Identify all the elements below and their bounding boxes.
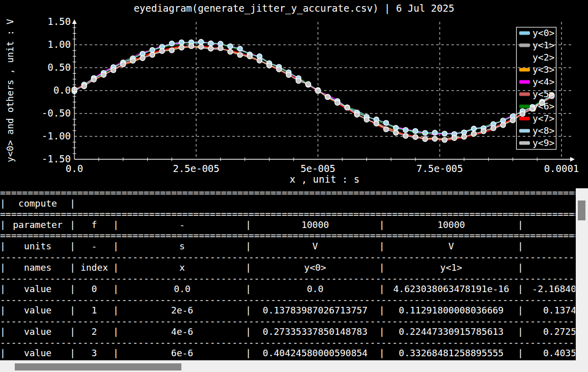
data-point xyxy=(452,135,457,140)
table-cell xyxy=(523,239,575,253)
legend-label: y<0> xyxy=(532,27,555,38)
table-separator: ----------------------------------------… xyxy=(0,318,575,325)
data-point xyxy=(228,49,233,54)
data-point xyxy=(82,84,87,89)
table-cell: value xyxy=(6,325,70,339)
table-separator: ----------------------------------------… xyxy=(0,339,575,346)
data-point xyxy=(91,77,96,82)
data-point xyxy=(432,130,437,135)
table-cell: 1 xyxy=(75,303,113,318)
cell-divider: | xyxy=(518,261,523,275)
x-tick-label: 5e-005 xyxy=(301,163,336,174)
table-separator: ----------------------------------------… xyxy=(0,296,575,303)
cell-divider: | xyxy=(113,239,119,253)
x-tick-label: 0.0 xyxy=(66,163,83,174)
table-cell: 0.1374 xyxy=(523,303,575,318)
legend-label: y<5> xyxy=(532,89,555,99)
table-cell: 0.0 xyxy=(251,282,379,296)
data-point xyxy=(228,44,233,49)
table-cell: 10000 xyxy=(385,218,518,232)
data-point xyxy=(393,125,398,130)
legend-swatch xyxy=(519,44,530,47)
series-y<3> xyxy=(74,47,552,139)
legend-swatch xyxy=(519,68,530,72)
table-separator: ----------------------------------------… xyxy=(0,253,575,261)
data-point xyxy=(471,131,476,136)
table-cell xyxy=(523,261,575,275)
y-tick-label: 1.00 xyxy=(47,39,71,50)
cell-divider: | xyxy=(0,282,6,296)
eye-diagram-chart: 0.02.5e-0055e-0057.5e-0050.00011.501.000… xyxy=(0,0,588,189)
data-point xyxy=(413,128,418,133)
table-row: |compute| xyxy=(0,196,575,211)
table-cell: 0.13783987026713757 xyxy=(251,303,379,318)
table-cell: - xyxy=(119,218,246,232)
data-point xyxy=(257,58,262,63)
legend-label: y<4> xyxy=(532,76,555,87)
data-point xyxy=(422,136,427,141)
horizontal-scrollbar[interactable] xyxy=(0,360,588,372)
legend-swatch xyxy=(519,93,530,96)
table-cell: 10000 xyxy=(251,218,379,232)
vertical-scrollbar[interactable] xyxy=(576,188,588,360)
data-point xyxy=(500,123,505,128)
data-point xyxy=(237,52,243,58)
data-point xyxy=(296,78,301,83)
x-axis-label: x , unit : s xyxy=(289,174,359,185)
table-cell: y<1> xyxy=(385,261,518,275)
data-point xyxy=(520,111,525,117)
table-cell: 4e-6 xyxy=(119,325,246,339)
x-axis-arrow xyxy=(570,157,575,162)
vertical-scrollbar-thumb[interactable] xyxy=(578,201,585,220)
cell-divider: | xyxy=(113,303,119,318)
legend-label: y<9> xyxy=(532,137,555,148)
table-cell: 2 xyxy=(75,325,113,339)
data-point xyxy=(199,39,204,44)
legend: y<0>y<1>y<2>y<3>y<4>y<5>y<6>y<7>y<8>y<9> xyxy=(517,27,556,150)
table-cell: 0.40424580000590854 xyxy=(251,346,379,360)
data-point xyxy=(266,63,272,68)
table-cell: value xyxy=(6,282,70,296)
cell-divider: | xyxy=(246,282,251,296)
data-point xyxy=(403,127,408,132)
legend-swatch xyxy=(519,32,530,35)
series-y<9> xyxy=(74,46,552,140)
legend-label: y<2> xyxy=(532,52,555,63)
data-point xyxy=(344,105,350,110)
data-point xyxy=(384,127,389,132)
table-cell: y<0> xyxy=(251,261,379,275)
legend-swatch xyxy=(519,105,530,108)
horizontal-scrollbar-thumb[interactable] xyxy=(15,363,181,370)
cell-divider: | xyxy=(379,218,385,232)
table-row: |names|index|x|y<0>|y<1>|| xyxy=(0,261,575,275)
table-separator: ----------------------------------------… xyxy=(0,275,575,282)
data-point xyxy=(237,46,243,51)
table-cell: -2.16840 xyxy=(523,282,575,296)
table-row: |value|1|2e-6|0.13783987026713757|0.1129… xyxy=(0,303,575,318)
cell-divider: | xyxy=(0,346,6,360)
table-cell: 0.2725 xyxy=(523,325,575,339)
data-point xyxy=(393,130,398,135)
cell-divider: | xyxy=(246,239,251,253)
cell-divider: | xyxy=(379,303,385,318)
cell-divider: | xyxy=(113,282,119,296)
y-tick-label: -1.00 xyxy=(42,130,71,141)
legend-label: y<7> xyxy=(532,113,555,124)
cell-divider: | xyxy=(246,261,251,275)
y-axis-arrow xyxy=(72,19,77,24)
series-y<7> xyxy=(74,46,552,141)
cell-divider: | xyxy=(246,325,251,339)
table-cell: 0.11291800008036669 xyxy=(385,303,518,318)
cell-divider: | xyxy=(113,346,119,360)
table-row: |value|2|4e-6|0.27335337850148783|0.2244… xyxy=(0,325,575,339)
table-cell: units xyxy=(6,239,70,253)
data-point xyxy=(422,130,427,135)
legend-label: y<3> xyxy=(532,64,555,75)
table-cell: 0.22447330915785613 xyxy=(385,325,518,339)
y-tick-label: 0.0 xyxy=(54,84,71,96)
cell-divider: | xyxy=(70,261,75,275)
table-cell: 0.33268481258895555 xyxy=(385,346,518,360)
plot-area: 0.02.5e-0055e-0057.5e-0050.00011.501.000… xyxy=(0,0,588,189)
data-point xyxy=(286,72,291,77)
y-tick-label: 0.50 xyxy=(47,62,71,73)
